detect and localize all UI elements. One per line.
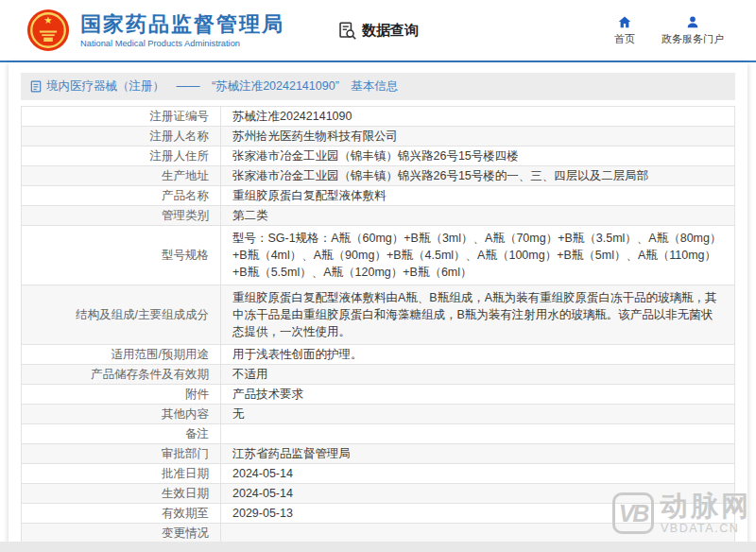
row-label: 批准日期 [22,464,221,484]
row-value: 张家港市冶金工业园（锦丰镇）锦兴路26号15号楼的一、三、四层以及二层局部 [221,166,735,186]
nav-home-label: 首页 [614,32,635,46]
row-value: 苏械注准20242141090 [221,107,735,127]
home-icon [617,15,632,29]
row-label: 其他内容 [22,405,221,424]
data-query-label: 数据查询 [362,22,419,40]
agency-name-cn: 国家药品监督管理局 [80,12,284,36]
user-icon [685,15,700,29]
row-value [221,424,735,444]
row-label: 变更情况 [22,524,221,543]
svg-text:★: ★ [43,14,52,26]
table-row: 注册证编号苏械注准20242141090 [22,107,735,127]
registration-detail-table: 注册证编号苏械注准20242141090注册人名称苏州拾光医药生物科技有限公司注… [21,106,735,552]
breadcrumb-text: 境内医疗器械（注册） —— “苏械注准20242141090” 基本信息 [46,78,398,95]
agency-name-en: National Medical Products Administration [80,39,284,48]
row-value [221,524,735,543]
row-value: 无 [221,405,735,424]
nav-service-portal-label: 政务服务门户 [662,32,724,46]
row-label: 产品名称 [22,186,221,206]
row-label: 产品储存条件及有效期 [22,365,221,385]
table-row: 变更情况 [22,524,735,543]
table-row: 其他内容无 [22,405,735,424]
national-emblem-icon: ★ [26,9,70,52]
nav-home[interactable]: 首页 [614,15,635,46]
row-value: 不适用 [221,365,735,385]
row-value: 江苏省药品监督管理局 [221,444,735,464]
row-value: 重组胶原蛋白复配型液体敷料由A瓶、B瓶组成，A瓶为装有重组胶原蛋白冻干品的玻璃瓶… [221,285,735,345]
row-value: 2029-05-13 [221,504,735,524]
table-row: 审批部门江苏省药品监督管理局 [22,444,735,464]
document-search-icon [337,21,357,41]
row-value: 2024-05-14 [221,464,735,484]
content-panel: 境内医疗器械（注册） —— “苏械注准20242141090” 基本信息 注册证… [9,62,747,552]
row-label: 型号规格 [22,226,221,285]
breadcrumb: 境内医疗器械（注册） —— “苏械注准20242141090” 基本信息 [21,73,735,100]
table-row: 适用范围/预期用途用于浅表性创面的护理。 [22,345,735,365]
table-row: 生效日期2024-05-14 [22,484,735,504]
row-value: 型号：SG-1规格：A瓶（60mg）+B瓶（3ml）、A瓶（70mg）+B瓶（3… [221,226,735,285]
row-label: 结构及组成/主要组成成分 [22,285,221,345]
row-label: 生效日期 [22,484,221,504]
table-row: 生产地址张家港市冶金工业园（锦丰镇）锦兴路26号15号楼的一、三、四层以及二层局… [22,166,735,186]
row-label: 有效期至 [22,504,221,524]
row-value: 第二类 [221,206,735,226]
table-row: 注册人名称苏州拾光医药生物科技有限公司 [22,127,735,147]
row-label: 审批部门 [22,444,221,464]
data-query-entry[interactable]: 数据查询 [337,21,419,41]
page-header: ★ 国家药品监督管理局 National Medical Products Ad… [0,0,756,62]
row-value: 张家港市冶金工业园（锦丰镇）锦兴路26号15号楼四楼 [221,147,735,166]
row-value: 2024-05-14 [221,484,735,504]
row-label: 管理类别 [22,206,221,226]
row-label: 备注 [22,424,221,444]
header-nav: 首页 政务服务门户 [614,15,733,46]
table-row: 结构及组成/主要组成成分重组胶原蛋白复配型液体敷料由A瓶、B瓶组成，A瓶为装有重… [22,285,735,345]
footer-strip [0,542,756,552]
row-label: 适用范围/预期用途 [22,345,221,365]
row-label: 注册人住所 [22,147,221,166]
row-value: 产品技术要求 [221,385,735,405]
table-row: 型号规格型号：SG-1规格：A瓶（60mg）+B瓶（3ml）、A瓶（70mg）+… [22,226,735,285]
nav-service-portal[interactable]: 政务服务门户 [662,15,724,46]
table-row: 有效期至2029-05-13 [22,504,735,524]
table-row: 批准日期2024-05-14 [22,464,735,484]
document-icon [30,80,42,93]
row-label: 生产地址 [22,166,221,186]
row-value: 重组胶原蛋白复配型液体敷料 [221,186,735,206]
row-label: 附件 [22,385,221,405]
row-value: 用于浅表性创面的护理。 [221,345,735,365]
table-row: 产品名称重组胶原蛋白复配型液体敷料 [22,186,735,206]
table-row: 注册人住所张家港市冶金工业园（锦丰镇）锦兴路26号15号楼四楼 [22,147,735,166]
table-row: 附件产品技术要求 [22,385,735,405]
table-row: 产品储存条件及有效期不适用 [22,365,735,385]
agency-titles: 国家药品监督管理局 National Medical Products Admi… [80,12,284,47]
row-label: 注册证编号 [22,107,221,127]
row-label: 注册人名称 [22,127,221,147]
table-row: 管理类别第二类 [22,206,735,226]
row-value: 苏州拾光医药生物科技有限公司 [221,127,735,147]
table-row: 备注 [22,424,735,444]
agency-logo-group: ★ 国家药品监督管理局 National Medical Products Ad… [26,9,284,52]
